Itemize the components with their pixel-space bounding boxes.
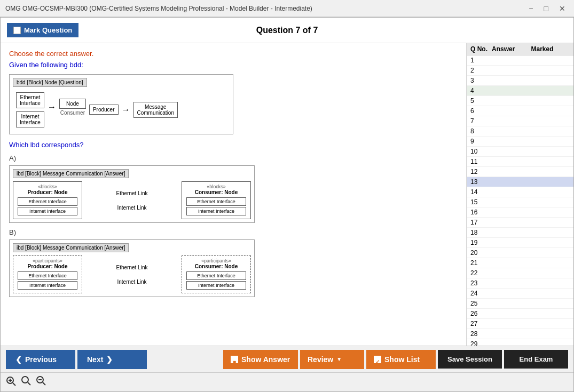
row-qno: 9 <box>470 138 492 145</box>
row-answer <box>492 209 531 216</box>
sidebar-row[interactable]: 5 <box>467 96 573 106</box>
sidebar-row[interactable]: 9 <box>467 137 573 147</box>
row-qno: 24 <box>470 290 492 297</box>
sidebar-row[interactable]: 28 <box>467 329 573 339</box>
end-exam-label: End Exam <box>520 355 553 363</box>
sidebar-row[interactable]: 26 <box>467 309 573 319</box>
row-marked <box>531 310 571 317</box>
row-answer <box>492 279 531 287</box>
sidebar-row[interactable]: 13 <box>467 177 573 187</box>
mark-question-button[interactable]: Mark Question <box>7 23 78 37</box>
sidebar-row[interactable]: 22 <box>467 268 573 278</box>
sidebar-header: Q No. Answer Marked <box>467 43 573 55</box>
ibd-b-link-1: Ethernet Link <box>116 265 148 270</box>
sidebar-row[interactable]: 29 <box>467 339 573 346</box>
bdd-arrow2: → <box>122 105 130 115</box>
question-instruction: Choose the correct answer. <box>9 50 458 58</box>
prev-chevron-icon: ❮ <box>15 355 22 364</box>
sidebar-row[interactable]: 18 <box>467 228 573 238</box>
previous-button[interactable]: ❮ Previous <box>6 350 75 369</box>
answer-a-label: A) <box>9 154 458 162</box>
row-marked <box>531 269 571 277</box>
prev-label: Previous <box>25 355 57 364</box>
sidebar-row[interactable]: 11 <box>467 157 573 167</box>
show-answer-button[interactable]: ■ Show Answer <box>223 350 298 369</box>
sidebar-row[interactable]: 21 <box>467 258 573 268</box>
end-exam-button[interactable]: End Exam <box>504 350 568 369</box>
row-answer <box>492 219 531 226</box>
sidebar-row[interactable]: 14 <box>467 187 573 197</box>
row-marked <box>531 67 571 74</box>
sidebar-row[interactable]: 20 <box>467 248 573 258</box>
sidebar-row[interactable]: 3 <box>467 76 573 86</box>
row-qno: 1 <box>470 57 492 64</box>
show-answer-icon: ■ <box>231 356 238 363</box>
show-answer-label: Show Answer <box>241 355 290 364</box>
top-toolbar: Mark Question Question 7 of 7 <box>1 18 573 43</box>
close-button[interactable]: ✕ <box>556 3 569 14</box>
sidebar-row[interactable]: 27 <box>467 319 573 329</box>
zoom-in-button[interactable] <box>6 376 17 389</box>
row-marked <box>531 198 571 206</box>
svg-line-5 <box>28 382 30 385</box>
row-answer <box>492 320 531 327</box>
ibd-b-left-name: Producer: Node <box>18 263 77 269</box>
minimize-button[interactable]: − <box>525 3 536 14</box>
review-button[interactable]: Review ▼ <box>300 350 364 369</box>
ibd-a-left-port-2: Internet Interface <box>18 207 77 215</box>
zoom-reset-button[interactable] <box>21 375 32 389</box>
sidebar-row[interactable]: 1 <box>467 55 573 66</box>
sidebar-row[interactable]: 19 <box>467 238 573 248</box>
row-marked <box>531 158 571 165</box>
sidebar-row[interactable]: 15 <box>467 197 573 207</box>
next-chevron-icon: ❯ <box>106 355 113 364</box>
sidebar-row[interactable]: 2 <box>467 66 573 76</box>
row-answer <box>492 67 531 74</box>
bdd-title: bdd [Block] Node [Question] <box>13 78 87 87</box>
sidebar-row[interactable]: 24 <box>467 289 573 299</box>
row-qno: 5 <box>470 97 492 105</box>
zoom-out-button[interactable] <box>36 375 46 389</box>
row-qno: 27 <box>470 320 492 327</box>
sidebar-row[interactable]: 25 <box>467 299 573 309</box>
sidebar-row[interactable]: 8 <box>467 126 573 137</box>
row-answer <box>492 239 531 246</box>
sidebar-row[interactable]: 4 <box>467 86 573 96</box>
mark-checkbox-icon <box>13 27 21 34</box>
next-button[interactable]: Next ❯ <box>77 350 147 369</box>
review-dropdown-icon: ▼ <box>336 356 342 362</box>
sidebar-row[interactable]: 23 <box>467 278 573 289</box>
sidebar-row[interactable]: 10 <box>467 147 573 157</box>
row-marked <box>531 330 571 338</box>
ibd-a-left-stereotype: «blocks» <box>18 184 77 189</box>
ibd-a-link-2: Internet Link <box>117 205 146 211</box>
row-qno: 15 <box>470 198 492 206</box>
sidebar-list[interactable]: 1234567891011121314151617181920212223242… <box>467 55 573 346</box>
review-label: Review <box>308 355 333 364</box>
sub-question-text: Which lbd corresponds? <box>9 141 458 149</box>
save-session-button[interactable]: Save Session <box>438 350 502 369</box>
svg-point-4 <box>22 377 28 383</box>
show-list-button[interactable]: ✓ Show List <box>366 350 436 369</box>
row-marked <box>531 259 571 267</box>
zoom-toolbar <box>1 372 573 391</box>
sidebar-row[interactable]: 17 <box>467 218 573 228</box>
row-answer <box>492 97 531 105</box>
sidebar-col-answer: Answer <box>492 45 531 53</box>
show-list-label: Show List <box>384 355 420 364</box>
maximize-button[interactable]: □ <box>541 3 552 14</box>
ibd-b-right-name: Consumer: Node <box>186 263 246 269</box>
sidebar-row[interactable]: 7 <box>467 116 573 126</box>
ibd-a-left-port-1: Ethernet Interface <box>18 197 77 206</box>
sidebar-row[interactable]: 12 <box>467 167 573 177</box>
show-list-icon: ✓ <box>374 356 381 363</box>
row-qno: 26 <box>470 310 492 317</box>
sidebar-row[interactable]: 6 <box>467 106 573 116</box>
row-qno: 29 <box>470 340 492 346</box>
sidebar-row[interactable]: 16 <box>467 207 573 218</box>
row-marked <box>531 209 571 216</box>
app-title: OMG OMG-OCSMP-MBI300 (OMG-Certified Syst… <box>5 5 312 12</box>
row-marked <box>531 279 571 287</box>
row-qno: 10 <box>470 148 492 155</box>
row-marked <box>531 239 571 246</box>
